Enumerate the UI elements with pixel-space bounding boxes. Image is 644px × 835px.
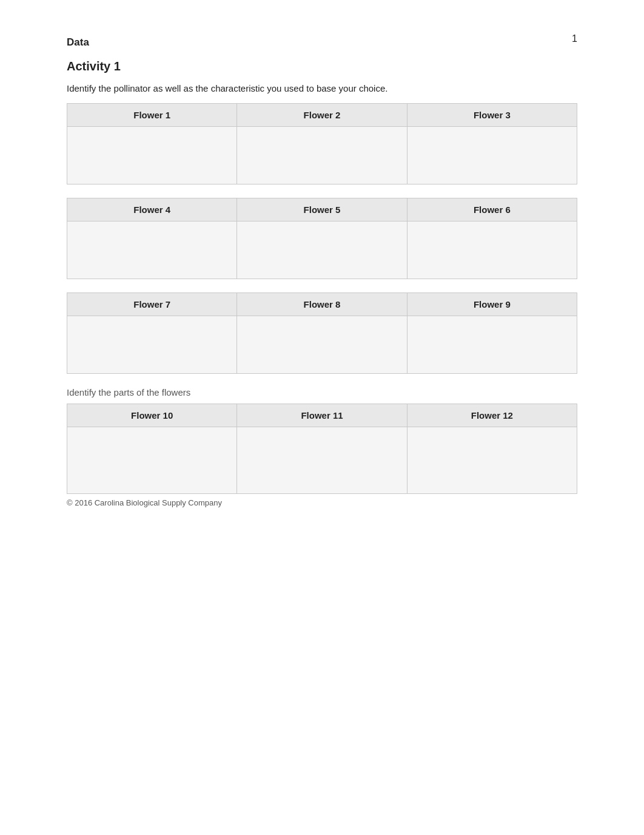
flower-table-2: Flower 4 Flower 5 Flower 6: [67, 198, 577, 279]
flower-1-header: Flower 1: [67, 103, 237, 126]
flower-9-cell[interactable]: [407, 316, 577, 373]
activity-description: Identify the pollinator as well as the c…: [67, 82, 577, 96]
flower-4-cell[interactable]: [67, 221, 237, 279]
flower-table-1: Flower 1 Flower 2 Flower 3: [67, 103, 577, 184]
flower-8-cell[interactable]: [237, 316, 407, 373]
flower-10-header: Flower 10: [67, 404, 237, 427]
flower-3-cell[interactable]: [407, 126, 577, 184]
flower-2-header: Flower 2: [237, 103, 407, 126]
flower-5-cell[interactable]: [237, 221, 407, 279]
flower-7-header: Flower 7: [67, 292, 237, 316]
flower-4-header: Flower 4: [67, 198, 237, 221]
flower-10-cell[interactable]: [67, 427, 237, 493]
flower-7-cell[interactable]: [67, 316, 237, 373]
flower-5-header: Flower 5: [237, 198, 407, 221]
flower-6-cell[interactable]: [407, 221, 577, 279]
flower-11-cell[interactable]: [237, 427, 407, 493]
page-number: 1: [572, 33, 577, 44]
flower-12-cell[interactable]: [407, 427, 577, 493]
flower-9-header: Flower 9: [407, 292, 577, 316]
flower-2-cell[interactable]: [237, 126, 407, 184]
flower-8-header: Flower 8: [237, 292, 407, 316]
section-heading: Data: [67, 36, 577, 49]
flower-12-header: Flower 12: [407, 404, 577, 427]
flower-table-3: Flower 7 Flower 8 Flower 9: [67, 292, 577, 374]
flower-1-cell[interactable]: [67, 126, 237, 184]
activity-heading: Activity 1: [67, 59, 577, 73]
footer-text: © 2016 Carolina Biological Supply Compan…: [67, 498, 222, 507]
flower-11-header: Flower 11: [237, 404, 407, 427]
identify-parts-text: Identify the parts of the flowers: [67, 387, 577, 397]
flower-3-header: Flower 3: [407, 103, 577, 126]
flower-table-4: Flower 10 Flower 11 Flower 12: [67, 404, 577, 494]
flower-6-header: Flower 6: [407, 198, 577, 221]
